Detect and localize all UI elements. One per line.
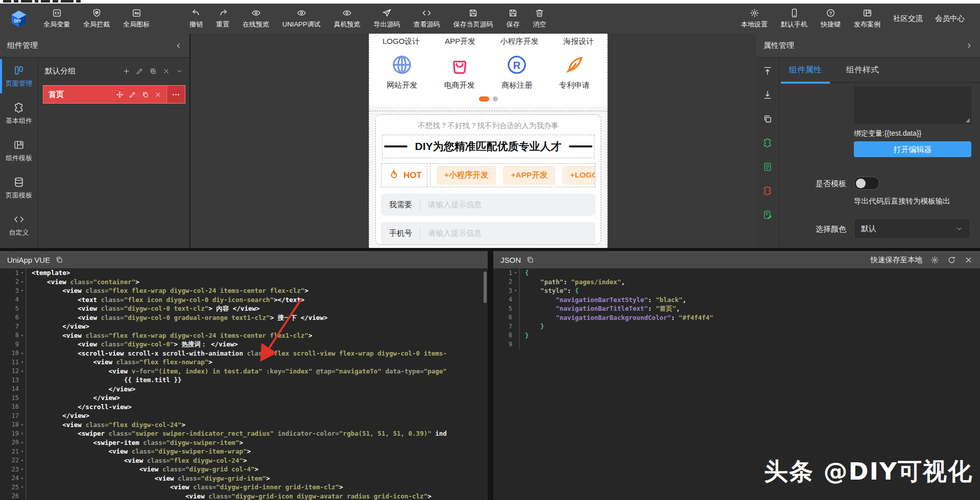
preview-nav-item[interactable]: 海报设计 [563,37,594,46]
page-item-home[interactable]: 首页 [43,85,185,104]
toolbar-undo[interactable]: 撤销 [189,8,203,29]
toolbar-default-phone[interactable]: 默认手机 [781,8,807,29]
copy-icon[interactable] [55,256,63,264]
refresh-icon[interactable] [947,256,956,264]
hot-tag[interactable]: +LOGO设计 [562,166,595,185]
toolbar-device-preview[interactable]: 真机预览 [333,8,360,29]
fold-toggle[interactable]: ▾ [19,476,26,481]
toolbar-shortcuts[interactable]: ?快捷键 [821,8,841,29]
fold-toggle[interactable]: ▾ [19,440,26,445]
fold-toggle[interactable]: ▾ [19,458,26,463]
toolbar-local-settings[interactable]: 本地设置 [741,8,768,29]
preview-nav-item[interactable]: APP开发 [445,37,475,46]
gear-icon[interactable] [930,256,939,264]
fold-toggle[interactable]: ▾ [19,431,26,436]
toolbar-redo[interactable]: 重置 [216,8,229,29]
hot-tags: +小程序开发+APP开发+LOGO设计 [430,163,595,187]
form-row[interactable]: 我需要请输入提示信息 [381,193,595,216]
fold-toggle[interactable]: ▾ [19,467,26,471]
fold-toggle[interactable]: ▾ [512,270,519,275]
code-text: <template> [27,268,70,278]
toolbar-community[interactable]: 社区交流 [893,14,923,23]
line-gutter: 8▾ [0,331,27,340]
fold-toggle[interactable]: ▾ [19,360,26,364]
sidebar-tab-page-templates[interactable]: 页面模板 [0,169,38,207]
code-text: <view class="flex diygw-col-24"> [27,456,247,465]
fold-toggle[interactable]: ▾ [19,280,26,284]
hot-tag[interactable]: +APP开发 [503,166,555,185]
code-line: 12▾ <view v-for="(item, index) in test.d… [0,367,488,376]
preview-grid-item[interactable]: R商标注册 [488,54,546,90]
toolbar-uniapp-debug[interactable]: UNIAPP调试 [282,8,320,29]
toolbar-global-intercept[interactable]: 全局拦截 [83,8,110,29]
close-icon[interactable] [154,91,162,98]
tab-component-props[interactable]: 组件属性 [789,65,822,76]
align-bottom-icon[interactable] [762,90,773,100]
open-editor-button[interactable]: 打开编辑器 [854,141,971,157]
align-top-icon[interactable] [762,66,773,76]
close-icon[interactable] [964,256,973,264]
hot-tag[interactable]: +小程序开发 [437,166,496,185]
group-title: 默认分组 [45,66,76,76]
fold-toggle[interactable]: ▾ [19,369,26,373]
doc-edit-icon[interactable] [762,210,773,220]
pencil-icon[interactable] [129,91,136,98]
toolbar-export-source[interactable]: 导出源码 [373,8,400,29]
fold-toggle[interactable]: ▾ [19,270,26,275]
preview-nav-item[interactable]: 小程序开发 [500,37,538,46]
toolbar-save-page-source[interactable]: 保存当页源码 [453,8,493,29]
toolbar-member-center[interactable]: 会员中心 [935,14,965,23]
sidebar-tab-component-templates[interactable]: 组件模板 [0,132,38,169]
is-template-toggle[interactable] [854,177,879,190]
puzzle-icon[interactable] [762,186,773,196]
collapse-left-button[interactable] [175,42,182,49]
toolbar-view-source[interactable]: 查看源码 [413,8,440,29]
page-item-more-button[interactable] [166,86,185,103]
plus-icon[interactable] [123,67,130,75]
toolbar-global-variables[interactable]: 全局变量 [43,8,70,29]
toolbar-global-icons[interactable]: Aa全局图标 [123,8,150,29]
fold-toggle[interactable]: ▾ [19,485,26,489]
fold-toggle[interactable]: ▾ [19,422,26,427]
copy-plus-icon[interactable] [149,67,157,75]
toolbar-online-preview[interactable]: 在线预览 [243,8,269,29]
preview-grid-item[interactable]: 网站开发 [373,54,431,90]
preview-card-talent[interactable]: 不想找？不好找？找不到合适的人为我办事 DIY为您精准匹配优质专业人才 HOT … [375,114,601,245]
sidebar-tab-custom[interactable]: 自定义 [0,207,38,244]
vue-editor[interactable]: 1▾<template>2▾ <view class="container">3… [0,268,488,500]
move-icon[interactable] [116,91,124,98]
tab-component-style[interactable]: 组件样式 [846,65,879,76]
patent-icon [563,54,586,76]
phone-preview[interactable]: LOGO设计APP开发小程序开发海报设计 网站开发电商开发R商标注册专利申请 不… [369,34,608,248]
collapse-right-button[interactable] [965,42,973,49]
copy-icon[interactable] [526,256,534,264]
copy-icon[interactable] [762,114,773,124]
doc-icon[interactable] [762,162,773,172]
fold-toggle[interactable]: ▾ [19,333,26,338]
color-select[interactable]: 默认 [854,218,970,239]
fold-toggle[interactable]: ▾ [19,288,26,293]
line-gutter: 11▾ [0,358,27,367]
toolbar-publish-case[interactable]: 发布案例 [854,8,880,29]
close-icon[interactable] [162,67,170,75]
preview-grid-item[interactable]: 专利申请 [546,54,604,90]
toolbar-uniapp-debug-label: UNIAPP调试 [282,20,320,29]
preview-grid-item[interactable]: 电商开发 [431,54,489,90]
quick-save-button[interactable]: 快速保存至本地 [871,255,923,265]
chevron-down-icon[interactable] [176,67,183,75]
vue-scrollbar-thumb[interactable] [484,271,487,303]
form-row[interactable]: 手机号请输入提示信息 [381,222,595,244]
toolbar-save[interactable]: 保存 [506,8,519,29]
fold-toggle[interactable]: ▾ [512,288,519,293]
binding-textarea[interactable] [854,86,971,124]
sidebar-tab-page-manage[interactable]: 页面管理 [0,58,38,95]
copy-icon[interactable] [141,91,149,98]
preview-nav-item[interactable]: LOGO设计 [383,37,420,46]
pencil-icon[interactable] [136,67,144,75]
sidebar-tab-basic-components[interactable]: 基本组件 [0,95,38,132]
puzzle-icon[interactable] [762,138,773,148]
titlebar-mark [14,0,18,3]
fold-toggle[interactable]: ▾ [19,449,26,454]
fold-toggle[interactable]: ▾ [19,351,26,356]
toolbar-clear[interactable]: 消空 [533,8,546,29]
